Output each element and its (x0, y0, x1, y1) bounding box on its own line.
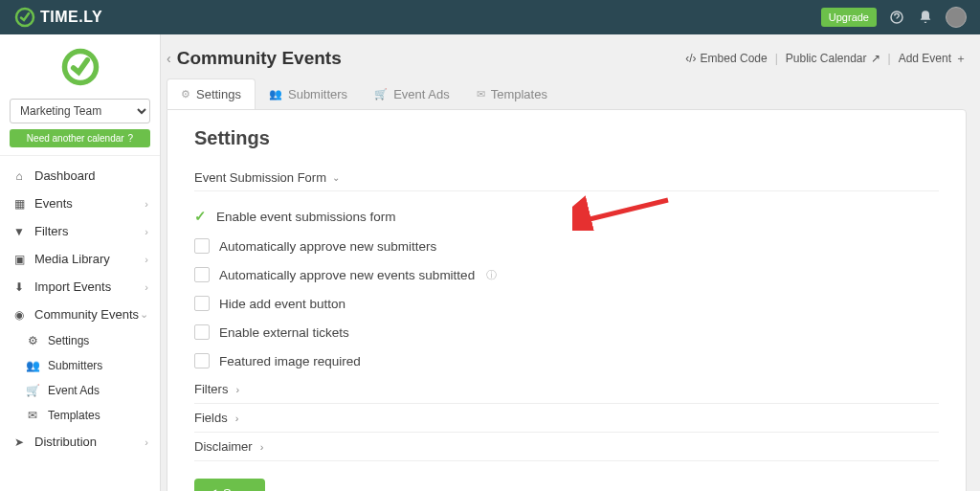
calendar-icon: ▦ (11, 197, 27, 211)
support-icon[interactable] (888, 9, 905, 26)
back-button[interactable]: ‹ (167, 51, 171, 66)
header-actions: ‹/›Embed Code | Public Calendar ↗ | Add … (685, 51, 967, 67)
section-filters[interactable]: Filters› (194, 375, 939, 404)
check-circle-icon (13, 6, 36, 29)
settings-panel: Settings Event Submission Form⌄ ✓ Enable… (167, 109, 967, 491)
page-header: ‹ Community Events ‹/›Embed Code | Publi… (161, 34, 967, 78)
tab-event-ads[interactable]: 🛒Event Ads (361, 78, 463, 109)
nav-community-event-ads[interactable]: 🛒Event Ads (13, 378, 160, 403)
check-circle-icon (59, 46, 101, 88)
tabs: ⚙Settings 👥Submitters 🛒Event Ads ✉Templa… (161, 78, 967, 109)
need-calendar-button[interactable]: Need another calendar ? (10, 129, 150, 147)
plus-icon: ＋ (955, 51, 967, 67)
nav-events[interactable]: ▦Events› (0, 190, 160, 217)
nav-import[interactable]: ⬇Import Events› (0, 273, 160, 301)
checkbox-icon (194, 267, 210, 282)
sidebar: Marketing Team Need another calendar ? ⌂… (0, 34, 161, 491)
upgrade-button[interactable]: Upgrade (821, 8, 877, 27)
nav-dashboard[interactable]: ⌂Dashboard (0, 162, 160, 190)
send-icon: ➤ (11, 435, 27, 449)
add-event-button[interactable]: Add Event ＋ (899, 51, 967, 67)
chevron-right-icon: › (260, 441, 264, 453)
sliders-icon: ⚙ (25, 334, 40, 347)
option-enable-submissions[interactable]: ✓ Enable event submissions form (194, 201, 939, 232)
checkbox-icon (194, 296, 210, 311)
home-icon: ⌂ (11, 169, 27, 183)
globe-icon: ◉ (11, 308, 27, 322)
nav-community-settings[interactable]: ⚙Settings (13, 328, 160, 353)
tab-submitters[interactable]: 👥Submitters (256, 78, 361, 109)
nav: ⌂Dashboard ▦Events› ▼Filters› ▣Media Lib… (0, 156, 160, 491)
brand-name: TIME.LY (40, 9, 102, 26)
check-icon: ✔ (208, 486, 218, 491)
chevron-right-icon: › (145, 254, 148, 265)
bell-icon[interactable] (917, 9, 934, 26)
checkbox-icon (194, 238, 210, 254)
checkbox-icon (194, 353, 210, 368)
chevron-right-icon: › (145, 281, 148, 293)
nav-community[interactable]: ◉Community Events⌄ (0, 301, 160, 328)
nav-media[interactable]: ▣Media Library› (0, 245, 160, 273)
option-external-tickets[interactable]: Enable external tickets (194, 318, 939, 346)
sidebar-logo (10, 46, 150, 91)
option-hide-add-event[interactable]: Hide add event button (194, 289, 939, 318)
embed-code-link[interactable]: ‹/›Embed Code (685, 52, 767, 65)
avatar[interactable] (946, 7, 967, 28)
download-icon: ⬇ (11, 280, 27, 294)
envelope-icon: ✉ (25, 409, 40, 422)
nav-community-submitters[interactable]: 👥Submitters (13, 353, 160, 378)
option-auto-approve-submitters[interactable]: Automatically approve new submitters (194, 232, 939, 260)
nav-distribution[interactable]: ➤Distribution› (0, 428, 160, 456)
option-auto-approve-events[interactable]: Automatically approve new events submitt… (194, 260, 939, 289)
gear-icon: ⚙ (181, 88, 190, 100)
public-calendar-link[interactable]: Public Calendar ↗ (786, 52, 880, 65)
nav-community-templates[interactable]: ✉Templates (13, 403, 160, 428)
option-featured-image-required[interactable]: Featured image required (194, 346, 939, 375)
users-icon: 👥 (25, 359, 40, 372)
team-selector[interactable]: Marketing Team (10, 99, 150, 123)
chevron-down-icon: ⌄ (332, 172, 340, 183)
brand-logo: TIME.LY (13, 6, 102, 29)
image-icon: ▣ (11, 253, 27, 266)
question-icon: ? (128, 133, 134, 144)
section-disclaimer[interactable]: Disclaimer› (194, 433, 939, 461)
info-icon[interactable]: ⓘ (486, 268, 497, 282)
chevron-right-icon: › (235, 384, 239, 395)
chevron-right-icon: › (145, 198, 148, 210)
panel-heading: Settings (194, 127, 939, 149)
page-title: Community Events (177, 48, 342, 69)
main-content: ‹ Community Events ‹/›Embed Code | Publi… (161, 34, 980, 491)
tab-settings[interactable]: ⚙Settings (167, 78, 256, 109)
chevron-right-icon: › (145, 436, 148, 448)
section-event-submission-form[interactable]: Event Submission Form⌄ (194, 165, 939, 191)
envelope-icon: ✉ (477, 88, 485, 100)
code-icon: ‹/› (685, 52, 696, 65)
nav-filters[interactable]: ▼Filters› (0, 217, 160, 245)
external-link-icon: ↗ (871, 52, 880, 65)
save-button[interactable]: ✔Save (194, 479, 265, 491)
chevron-down-icon: ⌄ (140, 308, 148, 321)
cart-icon: 🛒 (374, 88, 388, 100)
checkbox-icon (194, 324, 210, 340)
section-fields[interactable]: Fields› (194, 404, 939, 433)
cart-icon: 🛒 (25, 384, 40, 397)
chevron-right-icon: › (235, 413, 239, 424)
topbar: TIME.LY Upgrade (0, 0, 980, 34)
topbar-actions: Upgrade (821, 7, 967, 28)
users-icon: 👥 (269, 88, 282, 100)
check-icon: ✓ (194, 208, 207, 225)
tab-templates[interactable]: ✉Templates (463, 78, 561, 109)
filter-icon: ▼ (11, 225, 27, 238)
chevron-right-icon: › (145, 226, 148, 237)
